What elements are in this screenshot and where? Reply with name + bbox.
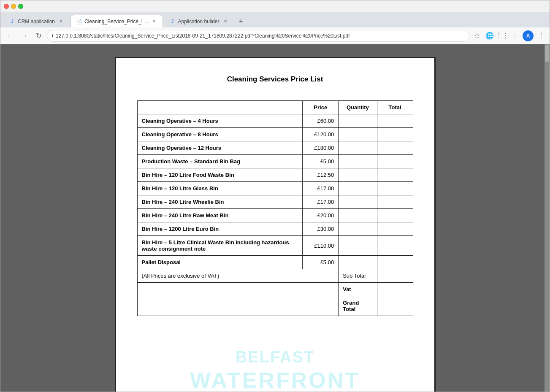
window-controls <box>4 4 23 9</box>
table-row: Cleaning Operative – 4 Hours £60.00 <box>137 114 413 128</box>
col-header-quantity: Quantity <box>339 101 377 114</box>
maximize-button[interactable] <box>18 4 23 9</box>
forward-button[interactable]: → <box>18 30 30 42</box>
item-price: £17.00 <box>303 195 339 209</box>
tab-close-crm[interactable]: ✕ <box>57 18 64 25</box>
close-button[interactable] <box>4 4 9 9</box>
subtotal-value <box>377 269 413 283</box>
watermark-line2: WATERFRONT <box>190 367 360 392</box>
item-price: £120.00 <box>303 128 339 141</box>
tab-crm[interactable]: J CRM application ✕ <box>4 15 70 27</box>
scrollbar-track[interactable] <box>545 44 550 392</box>
tab-close-app[interactable]: ✕ <box>222 18 229 25</box>
item-name: Production Waste – Standard Bin Bag <box>137 155 303 168</box>
item-name: Pallet Disposal <box>137 256 303 269</box>
new-tab-button[interactable]: + <box>235 16 247 27</box>
vat-value <box>377 283 413 296</box>
tab-favicon-app: J <box>169 19 175 24</box>
item-price: £20.00 <box>303 209 339 222</box>
table-row: Bin Hire – 240 Litre Wheelie Bin £17.00 <box>137 195 413 209</box>
tab-bar: J CRM application ✕ 📄 Cleaning_Service_P… <box>0 12 550 27</box>
table-header-row: Price Quantity Total <box>137 101 413 114</box>
item-name: Cleaning Operative – 4 Hours <box>137 114 303 128</box>
table-row: Bin Hire – 120 Litre Glass Bin £17.00 <box>137 182 413 195</box>
item-total <box>377 182 413 195</box>
item-quantity <box>339 155 377 168</box>
grand-total-label: Grand Total <box>339 296 377 316</box>
item-price: £110.00 <box>303 236 339 256</box>
col-header-total: Total <box>377 101 413 114</box>
item-quantity <box>339 168 377 182</box>
tab-app-builder[interactable]: J Application builder ✕ <box>164 15 234 27</box>
item-name: Bin Hire – 120 Litre Food Waste Bin <box>137 168 303 182</box>
divider: | <box>510 31 520 41</box>
price-table: Price Quantity Total Cleaning Operative … <box>137 100 413 316</box>
pdf-page: BELFAST WATERFRONT Cleaning Services Pri… <box>115 57 436 392</box>
menu-icon[interactable]: ⋮ <box>536 31 546 41</box>
table-row: Cleaning Operative – 12 Hours £180.00 <box>137 141 413 155</box>
tab-label-crm: CRM application <box>18 19 55 24</box>
refresh-icon: ↻ <box>36 32 41 40</box>
item-quantity <box>339 209 377 222</box>
nav-actions: ☆ 🌐 ⋮⋮ | A ⋮ <box>472 30 546 41</box>
item-quantity <box>339 141 377 155</box>
item-total <box>377 168 413 182</box>
table-row: Pallet Disposal £5.00 <box>137 256 413 269</box>
vat-label: Vat <box>339 283 377 296</box>
security-icon: ℹ <box>51 33 53 38</box>
url-text: 127.0.0.1:8080/static/files/Cleaning_Ser… <box>56 33 465 39</box>
item-price: £180.00 <box>303 141 339 155</box>
item-quantity <box>339 256 377 269</box>
item-price: £5.00 <box>303 155 339 168</box>
item-price: £5.00 <box>303 256 339 269</box>
tab-pdf[interactable]: 📄 Cleaning_Service_Price_L... ✕ <box>70 15 163 27</box>
item-total <box>377 128 413 141</box>
item-quantity <box>339 222 377 236</box>
grand-total-row: Grand Total <box>137 296 413 316</box>
scrollbar-thumb[interactable] <box>545 45 549 62</box>
avatar[interactable]: A <box>523 30 534 41</box>
item-quantity <box>339 182 377 195</box>
minimize-button[interactable] <box>11 4 16 9</box>
item-name: Bin Hire – 1200 Litre Euro Bin <box>137 222 303 236</box>
item-price: £60.00 <box>303 114 339 128</box>
tab-close-pdf[interactable]: ✕ <box>151 18 157 25</box>
note-row: (All Prices are exclusive of VAT) Sub To… <box>137 269 413 283</box>
refresh-button[interactable]: ↻ <box>33 30 44 42</box>
item-quantity <box>339 195 377 209</box>
subtotal-label: Sub Total <box>339 269 377 283</box>
bookmark-icon[interactable]: ☆ <box>472 31 482 41</box>
browser-content: BELFAST WATERFRONT Cleaning Services Pri… <box>0 44 550 392</box>
item-total <box>377 195 413 209</box>
item-price: £30.00 <box>303 222 339 236</box>
item-quantity <box>339 236 377 256</box>
item-name: Bin Hire – 120 Litre Glass Bin <box>137 182 303 195</box>
back-icon: ← <box>6 32 13 40</box>
tab-label-pdf: Cleaning_Service_Price_L... <box>84 19 148 24</box>
empty-cell <box>137 283 339 296</box>
table-row: Bin Hire – 240 Litre Raw Meat Bin £20.00 <box>137 209 413 222</box>
address-bar[interactable]: ℹ 127.0.0.1:8080/static/files/Cleaning_S… <box>47 30 469 42</box>
item-total <box>377 222 413 236</box>
tab-favicon-crm: J <box>9 19 15 24</box>
globe-icon[interactable]: 🌐 <box>485 31 495 41</box>
pdf-title: Cleaning Services Price List <box>137 75 413 84</box>
col-header-price: Price <box>303 101 339 114</box>
table-row: Bin Hire – 5 Litre Clinical Waste Bin in… <box>137 236 413 256</box>
item-name: Cleaning Operative – 12 Hours <box>137 141 303 155</box>
item-total <box>377 141 413 155</box>
pdf-container: BELFAST WATERFRONT Cleaning Services Pri… <box>115 57 436 392</box>
table-row: Bin Hire – 1200 Litre Euro Bin £30.00 <box>137 222 413 236</box>
apps-icon[interactable]: ⋮⋮ <box>497 31 507 41</box>
empty-cell2 <box>137 296 339 316</box>
vat-row: Vat <box>137 283 413 296</box>
browser-window: J CRM application ✕ 📄 Cleaning_Service_P… <box>0 0 550 392</box>
item-name: Bin Hire – 5 Litre Clinical Waste Bin in… <box>137 236 303 256</box>
title-bar <box>0 0 550 12</box>
navigation-bar: ← → ↻ ℹ 127.0.0.1:8080/static/files/Clea… <box>0 27 550 44</box>
vat-note: (All Prices are exclusive of VAT) <box>137 269 339 283</box>
forward-icon: → <box>21 32 27 40</box>
back-button[interactable]: ← <box>4 30 16 42</box>
item-total <box>377 236 413 256</box>
tab-label-app: Application builder <box>178 19 219 24</box>
